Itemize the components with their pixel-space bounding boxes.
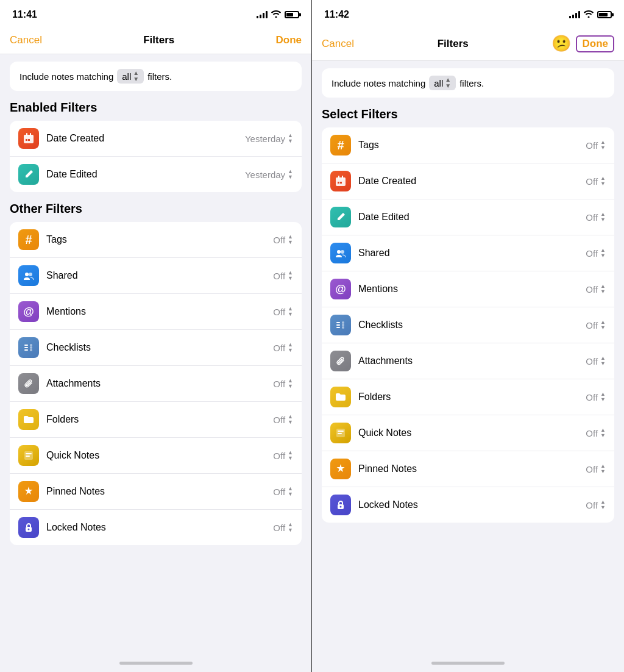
right-pinned-notes-stepper: ▲▼: [600, 463, 606, 474]
left-attachments-row[interactable]: Attachments Off ▲▼: [10, 366, 302, 402]
left-locked-notes-icon: [18, 517, 39, 538]
left-content: Include notes matching all ▲▼ filters. E…: [0, 54, 311, 654]
right-status-bar: 11:42: [312, 0, 624, 29]
left-date-created-row[interactable]: Date Created Yesterday ▲▼: [10, 121, 302, 157]
right-folders-label: Folders: [358, 391, 586, 402]
left-nav-title: Filters: [143, 34, 174, 46]
left-folders-stepper: ▲▼: [288, 414, 293, 425]
right-checklists-label: Checklists: [358, 320, 586, 331]
right-quick-notes-row[interactable]: Quick Notes Off ▲▼: [322, 415, 614, 451]
right-cancel-button[interactable]: Cancel: [322, 38, 354, 50]
right-checklists-value: Off: [586, 320, 598, 331]
right-locked-notes-row[interactable]: Locked Notes Off ▲▼: [322, 487, 614, 523]
right-date-edited-row[interactable]: Date Edited Off ▲▼: [322, 199, 614, 235]
right-pinned-notes-row[interactable]: Pinned Notes Off ▲▼: [322, 451, 614, 487]
right-matching-suffix: filters.: [459, 78, 484, 88]
svg-rect-4: [26, 139, 27, 141]
left-tags-row[interactable]: # Tags Off ▲▼: [10, 222, 302, 258]
right-signal-icon: [569, 11, 580, 18]
left-checklists-icon: [18, 337, 39, 358]
right-home-bar: [431, 662, 505, 665]
right-content: Include notes matching all ▲▼ filters. S…: [312, 61, 624, 654]
right-mentions-label: Mentions: [358, 284, 586, 295]
left-checklists-row[interactable]: Checklists Off ▲▼: [10, 330, 302, 366]
right-attachments-row[interactable]: Attachments Off ▲▼: [322, 343, 614, 379]
right-shared-row[interactable]: Shared Off ▲▼: [322, 235, 614, 271]
left-shared-row[interactable]: Shared Off ▲▼: [10, 258, 302, 294]
right-checklists-icon: [330, 315, 351, 335]
right-mentions-row[interactable]: @ Mentions Off ▲▼: [322, 271, 614, 307]
left-checklists-value: Off: [273, 343, 285, 353]
left-pinned-notes-row[interactable]: Pinned Notes Off ▲▼: [10, 474, 302, 510]
left-folders-row[interactable]: Folders Off ▲▼: [10, 402, 302, 438]
svg-rect-1: [24, 135, 34, 138]
svg-point-26: [341, 250, 344, 254]
right-locked-notes-icon: [330, 495, 351, 515]
right-date-edited-label: Date Edited: [358, 212, 586, 223]
svg-rect-23: [338, 182, 339, 184]
left-home-bar: [119, 662, 193, 665]
right-tags-label: Tags: [358, 140, 586, 151]
left-matching-stepper: ▲▼: [133, 70, 139, 82]
right-mentions-icon: @: [330, 279, 351, 299]
right-date-created-icon: [330, 171, 351, 191]
right-nav-right: 😕 Done: [551, 34, 614, 53]
right-matching-selector[interactable]: all ▲▼: [429, 76, 456, 90]
left-quick-notes-value: Off: [273, 451, 285, 461]
right-attachments-label: Attachments: [358, 356, 586, 366]
right-shared-label: Shared: [358, 248, 586, 259]
right-date-created-label: Date Created: [358, 176, 586, 187]
left-pinned-notes-label: Pinned Notes: [46, 486, 273, 497]
svg-point-18: [28, 529, 30, 531]
right-shared-value: Off: [586, 248, 598, 259]
left-matching-selector[interactable]: all ▲▼: [117, 69, 144, 84]
left-shared-label: Shared: [46, 270, 273, 281]
right-attachments-icon: [330, 351, 351, 371]
right-battery-icon: [597, 11, 612, 18]
right-checklists-row[interactable]: Checklists Off ▲▼: [322, 307, 614, 343]
left-tags-stepper: ▲▼: [288, 234, 293, 245]
right-folders-icon: [330, 387, 351, 407]
left-date-edited-label: Date Edited: [46, 169, 245, 180]
right-shared-stepper: ▲▼: [600, 248, 606, 259]
left-quick-notes-icon: [18, 445, 39, 466]
left-cancel-button[interactable]: Cancel: [10, 34, 42, 46]
left-locked-notes-row[interactable]: Locked Notes Off ▲▼: [10, 510, 302, 545]
right-quick-notes-value: Off: [586, 428, 598, 438]
right-locked-notes-label: Locked Notes: [358, 499, 586, 510]
left-matching-prefix: Include notes matching: [20, 71, 113, 82]
svg-point-31: [342, 324, 344, 326]
right-tags-stepper: ▲▼: [600, 140, 606, 151]
left-status-icons: [257, 10, 299, 20]
svg-point-13: [30, 349, 32, 351]
right-date-created-row[interactable]: Date Created Off ▲▼: [322, 163, 614, 199]
right-tags-row[interactable]: # Tags Off ▲▼: [322, 127, 614, 163]
right-done-button[interactable]: Done: [576, 35, 614, 52]
left-pinned-notes-icon: [18, 481, 39, 502]
svg-rect-9: [24, 347, 28, 348]
left-quick-notes-row[interactable]: Quick Notes Off ▲▼: [10, 438, 302, 474]
left-folders-value: Off: [273, 415, 285, 425]
svg-point-30: [342, 321, 344, 324]
right-folders-value: Off: [586, 392, 598, 402]
svg-rect-5: [28, 139, 30, 141]
svg-point-32: [342, 326, 344, 329]
right-date-edited-value: Off: [586, 212, 598, 223]
right-tags-icon: #: [330, 135, 351, 155]
left-date-edited-stepper: ▲▼: [288, 169, 293, 180]
left-matching-value: all: [122, 71, 131, 82]
left-done-button[interactable]: Done: [275, 34, 302, 46]
signal-icon: [257, 11, 268, 18]
svg-rect-8: [24, 345, 28, 346]
right-folders-row[interactable]: Folders Off ▲▼: [322, 379, 614, 415]
left-checklists-label: Checklists: [46, 342, 273, 353]
left-tags-icon: #: [18, 229, 39, 250]
left-date-edited-row[interactable]: Date Edited Yesterday ▲▼: [10, 157, 302, 192]
svg-rect-29: [336, 327, 340, 328]
right-wifi-icon: [584, 10, 594, 20]
right-tags-value: Off: [586, 140, 598, 151]
right-home-indicator: [312, 654, 624, 672]
svg-rect-10: [24, 349, 28, 351]
left-mentions-row[interactable]: @ Mentions Off ▲▼: [10, 294, 302, 330]
svg-point-12: [30, 346, 32, 349]
